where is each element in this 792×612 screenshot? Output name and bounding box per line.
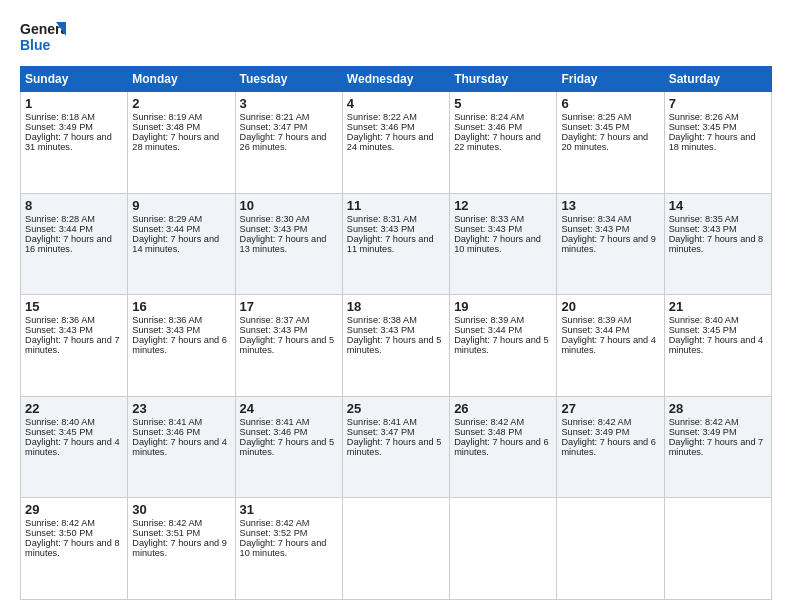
daylight-label: Daylight: 7 hours and 8 minutes. bbox=[669, 234, 764, 254]
sunrise-label: Sunrise: 8:34 AM bbox=[561, 214, 631, 224]
sunrise-label: Sunrise: 8:42 AM bbox=[669, 417, 739, 427]
daylight-label: Daylight: 7 hours and 18 minutes. bbox=[669, 132, 756, 152]
daylight-label: Daylight: 7 hours and 20 minutes. bbox=[561, 132, 648, 152]
col-header-thursday: Thursday bbox=[450, 67, 557, 92]
daylight-label: Daylight: 7 hours and 22 minutes. bbox=[454, 132, 541, 152]
day-number: 13 bbox=[561, 198, 659, 213]
sunrise-label: Sunrise: 8:40 AM bbox=[669, 315, 739, 325]
day-number: 5 bbox=[454, 96, 552, 111]
sunset-label: Sunset: 3:43 PM bbox=[347, 325, 415, 335]
sunrise-label: Sunrise: 8:19 AM bbox=[132, 112, 202, 122]
calendar-cell bbox=[450, 498, 557, 600]
calendar-cell: 4 Sunrise: 8:22 AM Sunset: 3:46 PM Dayli… bbox=[342, 92, 449, 194]
sunset-label: Sunset: 3:48 PM bbox=[132, 122, 200, 132]
day-number: 29 bbox=[25, 502, 123, 517]
daylight-label: Daylight: 7 hours and 6 minutes. bbox=[132, 335, 227, 355]
daylight-label: Daylight: 7 hours and 9 minutes. bbox=[132, 538, 227, 558]
calendar-cell: 22 Sunrise: 8:40 AM Sunset: 3:45 PM Dayl… bbox=[21, 396, 128, 498]
sunrise-label: Sunrise: 8:26 AM bbox=[669, 112, 739, 122]
calendar-header-row: SundayMondayTuesdayWednesdayThursdayFrid… bbox=[21, 67, 772, 92]
sunrise-label: Sunrise: 8:25 AM bbox=[561, 112, 631, 122]
calendar-cell: 8 Sunrise: 8:28 AM Sunset: 3:44 PM Dayli… bbox=[21, 193, 128, 295]
col-header-wednesday: Wednesday bbox=[342, 67, 449, 92]
sunset-label: Sunset: 3:46 PM bbox=[454, 122, 522, 132]
daylight-label: Daylight: 7 hours and 26 minutes. bbox=[240, 132, 327, 152]
calendar-cell: 7 Sunrise: 8:26 AM Sunset: 3:45 PM Dayli… bbox=[664, 92, 771, 194]
sunrise-label: Sunrise: 8:29 AM bbox=[132, 214, 202, 224]
calendar-cell: 28 Sunrise: 8:42 AM Sunset: 3:49 PM Dayl… bbox=[664, 396, 771, 498]
daylight-label: Daylight: 7 hours and 8 minutes. bbox=[25, 538, 120, 558]
sunset-label: Sunset: 3:43 PM bbox=[25, 325, 93, 335]
calendar-cell: 27 Sunrise: 8:42 AM Sunset: 3:49 PM Dayl… bbox=[557, 396, 664, 498]
sunset-label: Sunset: 3:47 PM bbox=[347, 427, 415, 437]
daylight-label: Daylight: 7 hours and 5 minutes. bbox=[240, 335, 335, 355]
daylight-label: Daylight: 7 hours and 28 minutes. bbox=[132, 132, 219, 152]
sunset-label: Sunset: 3:44 PM bbox=[561, 325, 629, 335]
daylight-label: Daylight: 7 hours and 31 minutes. bbox=[25, 132, 112, 152]
sunset-label: Sunset: 3:49 PM bbox=[25, 122, 93, 132]
calendar-cell: 25 Sunrise: 8:41 AM Sunset: 3:47 PM Dayl… bbox=[342, 396, 449, 498]
sunset-label: Sunset: 3:43 PM bbox=[132, 325, 200, 335]
calendar-cell: 17 Sunrise: 8:37 AM Sunset: 3:43 PM Dayl… bbox=[235, 295, 342, 397]
logo-icon: General Blue bbox=[20, 16, 66, 56]
day-number: 26 bbox=[454, 401, 552, 416]
sunrise-label: Sunrise: 8:18 AM bbox=[25, 112, 95, 122]
sunrise-label: Sunrise: 8:42 AM bbox=[561, 417, 631, 427]
calendar-cell: 21 Sunrise: 8:40 AM Sunset: 3:45 PM Dayl… bbox=[664, 295, 771, 397]
sunset-label: Sunset: 3:46 PM bbox=[240, 427, 308, 437]
daylight-label: Daylight: 7 hours and 6 minutes. bbox=[561, 437, 656, 457]
day-number: 21 bbox=[669, 299, 767, 314]
daylight-label: Daylight: 7 hours and 5 minutes. bbox=[347, 437, 442, 457]
calendar-cell: 16 Sunrise: 8:36 AM Sunset: 3:43 PM Dayl… bbox=[128, 295, 235, 397]
day-number: 10 bbox=[240, 198, 338, 213]
calendar-cell bbox=[664, 498, 771, 600]
calendar-cell: 31 Sunrise: 8:42 AM Sunset: 3:52 PM Dayl… bbox=[235, 498, 342, 600]
daylight-label: Daylight: 7 hours and 7 minutes. bbox=[25, 335, 120, 355]
sunset-label: Sunset: 3:43 PM bbox=[240, 224, 308, 234]
sunrise-label: Sunrise: 8:33 AM bbox=[454, 214, 524, 224]
sunset-label: Sunset: 3:43 PM bbox=[669, 224, 737, 234]
sunset-label: Sunset: 3:43 PM bbox=[454, 224, 522, 234]
sunset-label: Sunset: 3:48 PM bbox=[454, 427, 522, 437]
daylight-label: Daylight: 7 hours and 16 minutes. bbox=[25, 234, 112, 254]
calendar-cell: 2 Sunrise: 8:19 AM Sunset: 3:48 PM Dayli… bbox=[128, 92, 235, 194]
day-number: 12 bbox=[454, 198, 552, 213]
day-number: 19 bbox=[454, 299, 552, 314]
calendar-week-row: 8 Sunrise: 8:28 AM Sunset: 3:44 PM Dayli… bbox=[21, 193, 772, 295]
col-header-friday: Friday bbox=[557, 67, 664, 92]
sunset-label: Sunset: 3:52 PM bbox=[240, 528, 308, 538]
sunrise-label: Sunrise: 8:24 AM bbox=[454, 112, 524, 122]
day-number: 11 bbox=[347, 198, 445, 213]
day-number: 17 bbox=[240, 299, 338, 314]
daylight-label: Daylight: 7 hours and 4 minutes. bbox=[25, 437, 120, 457]
daylight-label: Daylight: 7 hours and 5 minutes. bbox=[347, 335, 442, 355]
day-number: 18 bbox=[347, 299, 445, 314]
calendar-cell: 9 Sunrise: 8:29 AM Sunset: 3:44 PM Dayli… bbox=[128, 193, 235, 295]
col-header-saturday: Saturday bbox=[664, 67, 771, 92]
sunrise-label: Sunrise: 8:41 AM bbox=[347, 417, 417, 427]
day-number: 27 bbox=[561, 401, 659, 416]
sunrise-label: Sunrise: 8:42 AM bbox=[454, 417, 524, 427]
calendar-cell: 3 Sunrise: 8:21 AM Sunset: 3:47 PM Dayli… bbox=[235, 92, 342, 194]
sunrise-label: Sunrise: 8:30 AM bbox=[240, 214, 310, 224]
daylight-label: Daylight: 7 hours and 6 minutes. bbox=[454, 437, 549, 457]
calendar-cell: 15 Sunrise: 8:36 AM Sunset: 3:43 PM Dayl… bbox=[21, 295, 128, 397]
calendar-week-row: 22 Sunrise: 8:40 AM Sunset: 3:45 PM Dayl… bbox=[21, 396, 772, 498]
sunset-label: Sunset: 3:47 PM bbox=[240, 122, 308, 132]
calendar-cell: 20 Sunrise: 8:39 AM Sunset: 3:44 PM Dayl… bbox=[557, 295, 664, 397]
calendar-cell bbox=[342, 498, 449, 600]
day-number: 14 bbox=[669, 198, 767, 213]
svg-text:Blue: Blue bbox=[20, 37, 51, 53]
day-number: 23 bbox=[132, 401, 230, 416]
daylight-label: Daylight: 7 hours and 5 minutes. bbox=[240, 437, 335, 457]
calendar-cell: 30 Sunrise: 8:42 AM Sunset: 3:51 PM Dayl… bbox=[128, 498, 235, 600]
sunset-label: Sunset: 3:49 PM bbox=[561, 427, 629, 437]
day-number: 15 bbox=[25, 299, 123, 314]
calendar-cell: 13 Sunrise: 8:34 AM Sunset: 3:43 PM Dayl… bbox=[557, 193, 664, 295]
sunset-label: Sunset: 3:44 PM bbox=[454, 325, 522, 335]
day-number: 1 bbox=[25, 96, 123, 111]
day-number: 16 bbox=[132, 299, 230, 314]
sunset-label: Sunset: 3:44 PM bbox=[132, 224, 200, 234]
day-number: 3 bbox=[240, 96, 338, 111]
sunset-label: Sunset: 3:45 PM bbox=[669, 325, 737, 335]
